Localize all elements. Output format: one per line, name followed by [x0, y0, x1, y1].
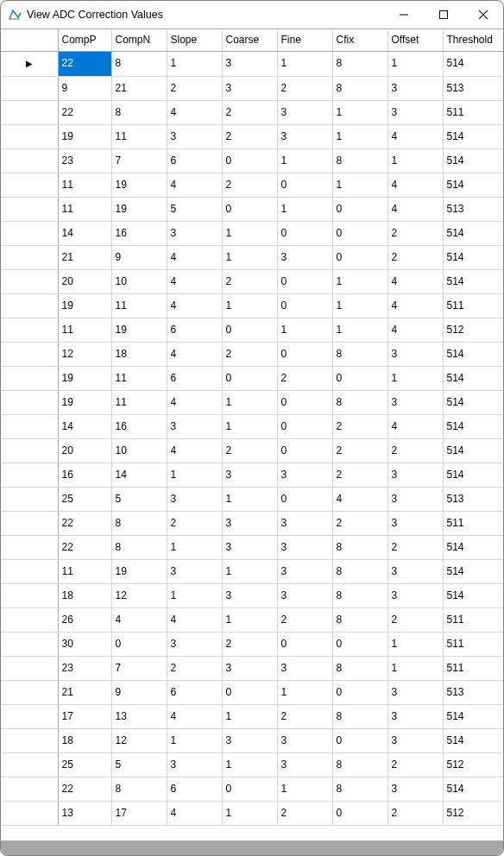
cell[interactable]: 3 [277, 656, 332, 680]
cell[interactable]: 21 [58, 680, 111, 704]
table-row[interactable]: 92123283513 [1, 76, 503, 100]
cell[interactable]: 0 [277, 438, 332, 463]
cell[interactable]: 0 [277, 390, 332, 414]
cell[interactable]: 1 [387, 51, 443, 76]
cell[interactable]: 8 [332, 390, 387, 414]
table-row[interactable]: 21960103513 [1, 680, 503, 704]
row-header[interactable] [1, 221, 58, 245]
table-row[interactable]: 22842313511 [1, 100, 503, 124]
cell[interactable]: 7 [111, 148, 167, 173]
cell[interactable]: 12 [58, 342, 111, 366]
cell[interactable]: 3 [277, 559, 332, 583]
cell[interactable]: 514 [443, 535, 503, 559]
cell[interactable]: 4 [332, 487, 387, 511]
cell[interactable]: 3 [167, 414, 222, 438]
cell[interactable]: 4 [387, 318, 443, 342]
cell[interactable]: 1 [277, 51, 332, 76]
cell[interactable]: 514 [443, 704, 503, 728]
cell[interactable]: 8 [332, 76, 387, 100]
column-header-compn[interactable]: CompN [111, 29, 167, 51]
cell[interactable]: 4 [387, 269, 443, 293]
cell[interactable]: 0 [222, 318, 277, 342]
cell[interactable]: 22 [58, 535, 111, 559]
cell[interactable]: 30 [58, 632, 111, 656]
cell[interactable]: 3 [387, 559, 443, 583]
cell[interactable]: 3 [387, 342, 443, 366]
cell[interactable]: 3 [167, 124, 222, 148]
cell[interactable]: 1 [277, 318, 332, 342]
cell[interactable]: 5 [111, 752, 167, 777]
row-header[interactable] [1, 801, 58, 825]
cell[interactable]: 3 [387, 680, 443, 704]
cell[interactable]: 1 [222, 221, 277, 245]
cell[interactable]: 511 [443, 100, 503, 124]
cell[interactable]: 8 [332, 535, 387, 559]
cell[interactable]: 10 [111, 438, 167, 463]
cell[interactable]: 1 [332, 318, 387, 342]
cell[interactable]: 1 [277, 197, 332, 221]
cell[interactable]: 3 [167, 559, 222, 583]
cell[interactable]: 514 [443, 438, 503, 463]
cell[interactable]: 0 [332, 728, 387, 752]
cell[interactable]: 0 [277, 414, 332, 438]
cell[interactable]: 2 [332, 511, 387, 535]
cell[interactable]: 2 [277, 76, 332, 100]
cell[interactable]: 22 [58, 511, 111, 535]
cell[interactable]: 0 [222, 680, 277, 704]
cell[interactable]: 17 [58, 704, 111, 728]
row-header[interactable] [1, 293, 58, 318]
cell[interactable]: 14 [58, 414, 111, 438]
adc-correction-table[interactable]: CompPCompNSlopeCoarseFineCfixOffsetThres… [1, 29, 503, 826]
close-button[interactable] [463, 1, 503, 28]
row-header[interactable] [1, 463, 58, 487]
cell[interactable]: 4 [167, 704, 222, 728]
cell[interactable]: 514 [443, 173, 503, 197]
cell[interactable]: 20 [58, 269, 111, 293]
cell[interactable]: 3 [387, 487, 443, 511]
cell[interactable]: 3 [222, 463, 277, 487]
cell[interactable]: 9 [58, 76, 111, 100]
cell[interactable]: 4 [387, 173, 443, 197]
row-header[interactable] [1, 366, 58, 390]
table-row[interactable]: 181213303514 [1, 728, 503, 752]
cell[interactable]: 3 [387, 76, 443, 100]
row-header[interactable] [1, 583, 58, 607]
cell[interactable]: 3 [222, 535, 277, 559]
cell[interactable]: 514 [443, 148, 503, 173]
cell[interactable]: 4 [387, 124, 443, 148]
cell[interactable]: 1 [222, 487, 277, 511]
cell[interactable]: 0 [332, 221, 387, 245]
cell[interactable]: 25 [58, 752, 111, 777]
cell[interactable]: 19 [111, 559, 167, 583]
cell[interactable]: 3 [167, 752, 222, 777]
cell[interactable]: 1 [167, 728, 222, 752]
cell[interactable]: 514 [443, 221, 503, 245]
cell[interactable]: 2 [277, 801, 332, 825]
column-header-fine[interactable]: Fine [277, 29, 332, 51]
cell[interactable]: 3 [277, 728, 332, 752]
cell[interactable]: 8 [332, 607, 387, 632]
table-row[interactable]: ▶22813181514 [1, 51, 503, 76]
cell[interactable]: 1 [332, 293, 387, 318]
cell[interactable]: 514 [443, 245, 503, 269]
cell[interactable]: 4 [167, 801, 222, 825]
cell[interactable]: 11 [111, 366, 167, 390]
cell[interactable]: 2 [387, 607, 443, 632]
cell[interactable]: 8 [332, 559, 387, 583]
cell[interactable]: 514 [443, 777, 503, 801]
cell[interactable]: 10 [111, 269, 167, 293]
row-header[interactable] [1, 535, 58, 559]
table-row[interactable]: 111942014514 [1, 173, 503, 197]
cell[interactable]: 1 [222, 704, 277, 728]
cell[interactable]: 514 [443, 124, 503, 148]
cell[interactable]: 1 [167, 51, 222, 76]
cell[interactable]: 3 [277, 245, 332, 269]
cell[interactable]: 11 [58, 197, 111, 221]
cell[interactable]: 514 [443, 463, 503, 487]
cell[interactable]: 0 [277, 221, 332, 245]
cell[interactable]: 0 [277, 632, 332, 656]
cell[interactable]: 0 [277, 269, 332, 293]
cell[interactable]: 3 [222, 656, 277, 680]
cell[interactable]: 513 [443, 680, 503, 704]
table-row[interactable]: 23760181514 [1, 148, 503, 173]
